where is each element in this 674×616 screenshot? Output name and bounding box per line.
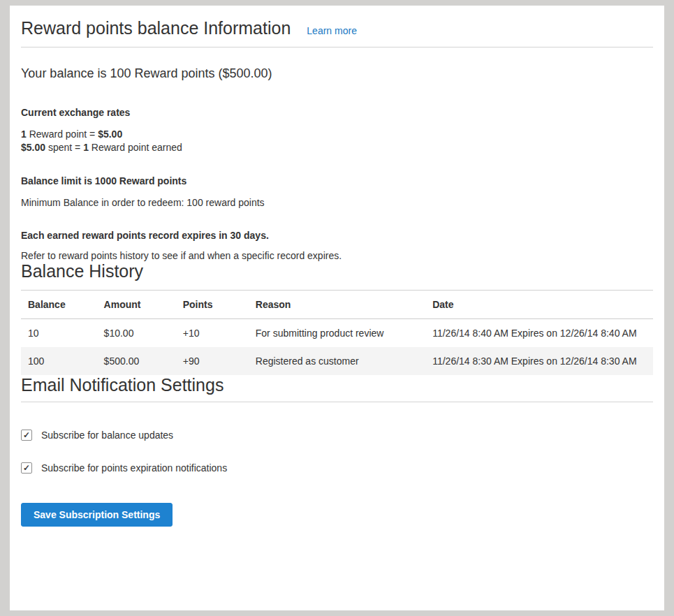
minimum-redeem-text: Minimum Balance in order to redeem: 100 … [21, 197, 653, 208]
cell-date: 11/26/14 8:40 AM Expires on 12/26/14 8:4… [425, 319, 653, 348]
balance-updates-label: Subscribe for balance updates [41, 430, 173, 441]
points-expiration-checkbox[interactable]: ✓ [21, 462, 32, 474]
cell-points: +90 [176, 347, 249, 375]
learn-more-link[interactable]: Learn more [307, 25, 357, 36]
checkmark-icon: ✓ [23, 464, 30, 472]
column-header-reason: Reason [249, 291, 425, 319]
balance-history-table: Balance Amount Points Reason Date 10 $10… [21, 290, 653, 375]
save-subscription-button[interactable]: Save Subscription Settings [21, 503, 173, 527]
reward-points-page: { "colors": { "link_blue": "#1979c3", "b… [0, 0, 674, 616]
table-row: 10 $10.00 +10 For submitting product rev… [21, 319, 653, 348]
exchange-rate-line-1: 1 Reward point = $5.00 [21, 128, 653, 141]
column-header-date: Date [425, 291, 653, 319]
notification-divider [21, 402, 653, 402]
subscribe-balance-updates-row[interactable]: ✓ Subscribe for balance updates [21, 430, 653, 441]
cell-balance: 100 [21, 347, 97, 375]
page-title: Reward points balance Information [21, 18, 291, 38]
column-header-points: Points [176, 291, 249, 319]
balance-summary: Your balance is 100 Reward points ($500.… [21, 66, 653, 80]
cell-amount: $500.00 [97, 347, 176, 375]
table-row: 100 $500.00 +90 Registered as customer 1… [21, 347, 653, 375]
subscribe-expiration-row[interactable]: ✓ Subscribe for points expiration notifi… [21, 462, 653, 474]
balance-limit-text: Balance limit is 1000 Reward points [21, 175, 653, 186]
cell-date: 11/26/14 8:30 AM Expires on 12/26/14 8:3… [425, 347, 653, 375]
exchange-rates: 1 Reward point = $5.00 $5.00 spent = 1 R… [21, 128, 653, 154]
cell-reason: Registered as customer [249, 347, 425, 375]
balance-updates-checkbox[interactable]: ✓ [21, 430, 32, 441]
column-header-amount: Amount [97, 291, 176, 319]
table-header-row: Balance Amount Points Reason Date [21, 291, 653, 319]
header-divider [21, 47, 653, 47]
balance-history-heading: Balance History [21, 261, 653, 281]
points-expiration-label: Subscribe for points expiration notifica… [41, 462, 227, 474]
exchange-rate-line-2: $5.00 spent = 1 Reward point earned [21, 141, 653, 154]
cell-amount: $10.00 [97, 319, 176, 348]
page-header: Reward points balance Information Learn … [21, 6, 653, 38]
column-header-balance: Balance [21, 291, 97, 319]
cell-balance: 10 [21, 319, 97, 348]
exchange-rates-heading: Current exchange rates [21, 107, 653, 118]
expiration-hint: Refer to reward points history to see if… [21, 250, 653, 261]
reward-info-card: Reward points balance Information Learn … [10, 6, 664, 610]
checkmark-icon: ✓ [23, 431, 30, 439]
email-notification-heading: Email Notification Settings [21, 375, 653, 395]
cell-reason: For submitting product review [249, 319, 425, 348]
expiration-notice: Each earned reward points record expires… [21, 230, 653, 241]
cell-points: +10 [176, 319, 249, 348]
